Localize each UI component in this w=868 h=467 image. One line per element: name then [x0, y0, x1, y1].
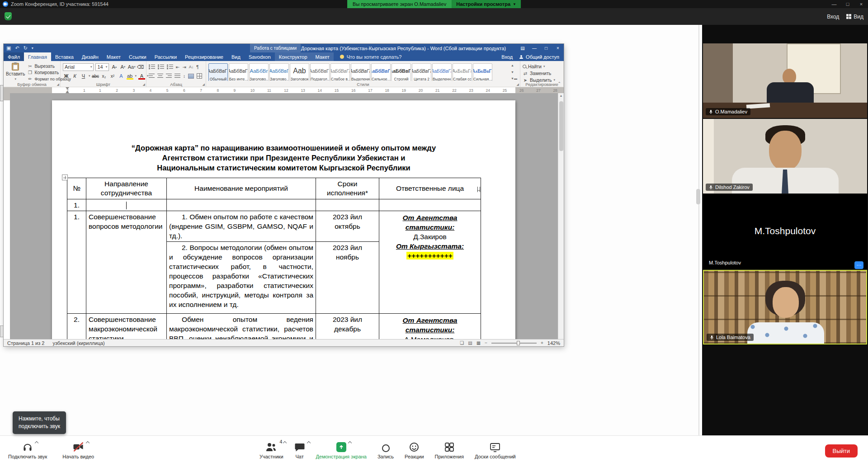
audio-options-chevron[interactable]: [35, 441, 38, 445]
zoom-percentage[interactable]: 142%: [547, 340, 560, 346]
panel-divider-handle[interactable]: [696, 189, 700, 204]
ribbon-tab-11[interactable]: Макет: [311, 52, 334, 61]
video-options-chevron[interactable]: [86, 441, 90, 445]
style-card[interactable]: АаБбВвГгСильная...: [473, 63, 492, 81]
collapse-ribbon-button[interactable]: ⌃: [557, 81, 561, 86]
style-card[interactable]: АаБбВвГгВыделенн...: [432, 63, 452, 81]
zoom-out-button[interactable]: −: [485, 340, 487, 345]
multilevel-list-button[interactable]: [167, 65, 173, 69]
style-card[interactable]: АаБбВвГгВыделение: [351, 63, 370, 81]
table-move-handle[interactable]: [62, 175, 68, 180]
reactions-button[interactable]: Реакции: [403, 440, 426, 459]
video-tile[interactable]: Dilshod Zakirov: [703, 119, 867, 193]
paragraph-dialog-launcher[interactable]: ◢: [203, 83, 205, 86]
vertical-ruler[interactable]: [4, 93, 10, 339]
view-settings-button[interactable]: Настройки просмотра ▼: [452, 0, 521, 8]
share-chevron[interactable]: [348, 441, 352, 445]
clipboard-dialog-launcher[interactable]: ◢: [57, 83, 59, 86]
sort-button[interactable]: А↓: [189, 65, 194, 69]
subscript-button[interactable]: x₂: [101, 72, 108, 80]
underline-button[interactable]: Ч: [80, 72, 87, 80]
strikethrough-button[interactable]: abc: [92, 72, 99, 80]
word-minimize-button[interactable]: —: [528, 44, 540, 52]
word-close-button[interactable]: ×: [552, 44, 564, 52]
video-tile-active-speaker[interactable]: Lola Baimatova: [703, 270, 867, 344]
record-button[interactable]: Запись: [376, 440, 396, 459]
style-card[interactable]: АаБбВвГгОбычный: [208, 63, 228, 81]
undo-icon[interactable]: ↶: [15, 45, 19, 51]
web-layout-button[interactable]: ▦: [476, 340, 481, 345]
word-restore-button[interactable]: □: [540, 44, 552, 52]
pilcrow-button[interactable]: ¶: [196, 65, 198, 70]
join-audio-button[interactable]: Подключить звук: [6, 440, 49, 459]
qat-dropdown-icon[interactable]: ▾: [32, 46, 33, 50]
word-signin-button[interactable]: Вход: [501, 54, 513, 60]
ribbon-display-button[interactable]: ▤: [517, 44, 528, 52]
find-button[interactable]: Найти▾: [523, 64, 555, 69]
style-card[interactable]: АаБбВвГгСтрогий: [392, 63, 411, 81]
zoom-slider-thumb[interactable]: [517, 341, 520, 345]
chat-button[interactable]: Чат: [292, 440, 307, 459]
numbering-button[interactable]: [158, 65, 164, 69]
ribbon-tab-0[interactable]: Файл: [4, 52, 24, 61]
style-card[interactable]: АаБбВвГгСлабое в...: [330, 63, 350, 81]
style-card[interactable]: АаБбВвГгПодзагол...: [310, 63, 330, 81]
print-layout-button[interactable]: ▤: [468, 340, 472, 345]
style-card[interactable]: АаБбВвГгЦитата 2: [412, 63, 431, 81]
language-indicator[interactable]: узбекский (кириллица): [52, 340, 104, 346]
tellme-box[interactable]: Что вы хотите сделать?: [340, 52, 402, 61]
start-video-button[interactable]: Начать видео: [61, 440, 96, 459]
paste-button[interactable]: Вставить ▾: [6, 63, 25, 81]
style-card[interactable]: АаБбВвГгСильное...: [371, 63, 391, 81]
superscript-button[interactable]: x²: [109, 72, 116, 80]
font-name-combo[interactable]: Arial▾: [63, 63, 94, 71]
zoom-in-button[interactable]: +: [541, 340, 543, 345]
align-center-button[interactable]: [157, 74, 163, 78]
scroll-thumb[interactable]: [559, 101, 563, 151]
apps-button[interactable]: Приложения: [433, 440, 466, 459]
text-effects-button[interactable]: А: [118, 72, 125, 80]
zoom-slider[interactable]: [491, 343, 537, 344]
style-card[interactable]: АаБбВвГгБез инте...: [229, 63, 248, 81]
security-shield-icon[interactable]: [5, 12, 12, 20]
line-spacing-button[interactable]: ↕: [183, 74, 185, 79]
highlight-button[interactable]: ab: [127, 72, 133, 80]
ribbon-tab-2[interactable]: Вставка: [51, 52, 78, 61]
minimize-button[interactable]: —: [827, 0, 841, 8]
bold-button[interactable]: Ж: [63, 72, 70, 80]
horizontal-ruler[interactable]: 2112345678910111213141516171819202122232…: [4, 87, 564, 93]
whiteboards-button[interactable]: Доски сообщений: [473, 440, 518, 459]
font-size-combo[interactable]: 14▾: [95, 63, 109, 71]
style-card[interactable]: АabЗаголовок: [290, 63, 309, 81]
leave-button[interactable]: Выйти: [825, 444, 858, 458]
style-card[interactable]: АаБбВвГгСлабая сс...: [453, 63, 472, 81]
increase-indent-button[interactable]: ⇥: [182, 65, 186, 70]
decrease-indent-button[interactable]: ⇤: [176, 65, 179, 70]
ribbon-tab-7[interactable]: Рецензирование: [181, 52, 227, 61]
document-page[interactable]: “Дорожная карта” по наращиванию взаимоот…: [52, 100, 515, 339]
styles-more-button[interactable]: ▼▬: [511, 77, 517, 80]
ribbon-tab-3[interactable]: Дизайн: [78, 52, 103, 61]
font-color-button[interactable]: А: [138, 72, 145, 80]
ribbon-tab-10[interactable]: Конструктор: [275, 52, 311, 61]
styles-scroll-down[interactable]: ▼: [511, 71, 517, 74]
share-screen-button[interactable]: Демонстрация экрана: [314, 440, 368, 459]
replace-button[interactable]: ⇄Заменить: [523, 71, 555, 76]
align-right-button[interactable]: [166, 74, 172, 78]
video-tile[interactable]: O.Mamadaliev: [703, 43, 867, 118]
ribbon-tab-5[interactable]: Ссылки: [125, 52, 151, 61]
video-tile[interactable]: M.Toshpulotov M.Toshpulotov ⋯: [703, 194, 867, 269]
grow-font-button[interactable]: А▴: [111, 63, 118, 71]
more-options-button[interactable]: ⋯: [854, 261, 863, 269]
redo-icon[interactable]: ↻: [24, 45, 28, 51]
style-card[interactable]: АаБбВвГЗаголово...: [269, 63, 289, 81]
close-button[interactable]: ×: [854, 0, 868, 8]
bullets-button[interactable]: [149, 65, 155, 69]
read-mode-button[interactable]: ❏: [460, 340, 464, 345]
change-case-button[interactable]: Аа▾: [128, 63, 135, 71]
style-card[interactable]: АаБбВгЗаголово...: [249, 63, 269, 81]
share-document-button[interactable]: Общий доступ: [519, 54, 559, 60]
participants-chevron[interactable]: [283, 441, 287, 445]
view-button[interactable]: Вид: [846, 14, 863, 20]
page-indicator[interactable]: Страница 1 из 2: [7, 340, 44, 346]
